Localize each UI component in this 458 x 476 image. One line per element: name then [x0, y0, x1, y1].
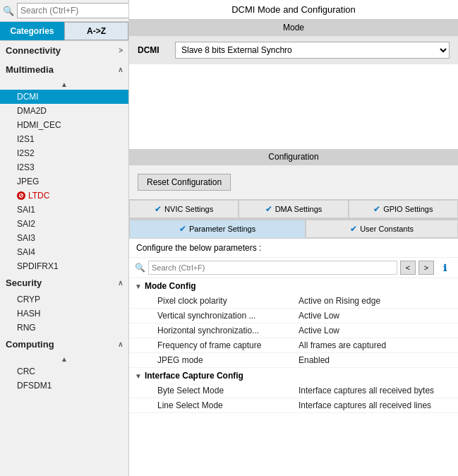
user-check-icon: ✔ — [350, 224, 357, 234]
sidebar-tabs: Categories A->Z — [0, 22, 128, 41]
sidebar-section-security[interactable]: Security ∧ — [0, 273, 128, 292]
param-check-icon: ✔ — [179, 224, 186, 234]
param-row-jpeg-mode: JPEG mode Enabled — [129, 353, 458, 368]
param-row-byte-select: Byte Select Mode Interface captures all … — [129, 383, 458, 398]
tab-dma-settings[interactable]: ✔ DMA Settings — [239, 200, 348, 218]
tab-user-constants[interactable]: ✔ User Constants — [306, 220, 458, 238]
frame-capture-name: Frequency of frame capture — [157, 340, 299, 350]
mode-row: DCMI Disabled Slave 8 bits External Sync… — [129, 36, 458, 64]
hsync-name: Horizontal synchronizatio... — [157, 326, 299, 335]
sidebar-item-crc[interactable]: CRC — [0, 364, 128, 379]
search-bar: 🔍 ⚙ — [0, 0, 128, 22]
params-area: Configure the below parameters : 🔍 < > ℹ… — [129, 239, 458, 476]
sidebar-search-input[interactable] — [17, 3, 129, 18]
mode-placeholder — [129, 64, 458, 149]
gpio-check-icon: ✔ — [373, 204, 380, 214]
params-header: Configure the below parameters : — [129, 239, 458, 258]
multimedia-chevron: ∧ — [118, 66, 123, 73]
sidebar-item-i2s1[interactable]: I2S1 — [0, 132, 128, 146]
nav-next-button[interactable]: > — [418, 261, 434, 275]
dma-check-icon: ✔ — [265, 204, 272, 214]
mode-config-collapse-icon[interactable]: ▼ — [135, 282, 142, 290]
params-search-icon: 🔍 — [135, 263, 145, 273]
param-row-hsync: Horizontal synchronizatio... Active Low — [129, 323, 458, 338]
params-search-row: 🔍 < > ℹ — [129, 258, 458, 278]
info-button[interactable]: ℹ — [437, 261, 452, 275]
sidebar-item-sai4[interactable]: SAI4 — [0, 245, 128, 259]
frame-capture-value: All frames are captured — [299, 340, 450, 350]
ltdc-error-icon: ⊘ — [17, 191, 25, 200]
security-chevron: ∧ — [118, 279, 123, 287]
search-icon: 🔍 — [3, 6, 14, 16]
config-tabs-row2: ✔ Parameter Settings ✔ User Constants — [129, 219, 458, 239]
pixel-clock-name: Pixel clock polarity — [157, 296, 299, 306]
sidebar-item-dfsdm1[interactable]: DFSDM1 — [0, 379, 128, 393]
vsync-name: Vertical synchronization ... — [157, 311, 299, 321]
mode-config-label: Mode Config — [145, 281, 196, 291]
sidebar-item-i2s2[interactable]: I2S2 — [0, 146, 128, 160]
param-row-pixel-clock: Pixel clock polarity Active on Rising ed… — [129, 294, 458, 309]
nvic-tab-label: NVIC Settings — [164, 205, 213, 213]
tab-atoz[interactable]: A->Z — [64, 22, 128, 40]
byte-select-value: Interface captures all received bytes — [299, 386, 450, 395]
line-select-value: Interface captures all received lines — [299, 400, 450, 410]
jpeg-mode-name: JPEG mode — [157, 355, 299, 365]
mode-section: Mode DCMI Disabled Slave 8 bits External… — [129, 20, 458, 149]
interface-capture-collapse-icon[interactable]: ▼ — [135, 372, 142, 380]
reset-config-button[interactable]: Reset Configuration — [138, 174, 231, 191]
sidebar-content: Connectivity > Multimedia ∧ ▲ DCMI DMA2D… — [0, 41, 128, 476]
param-group-mode-config: ▼ Mode Config — [129, 278, 458, 294]
tab-nvic-settings[interactable]: ✔ NVIC Settings — [129, 200, 239, 218]
sidebar-item-i2s3[interactable]: I2S3 — [0, 160, 128, 174]
user-tab-label: User Constants — [360, 225, 414, 233]
sidebar-item-ltdc[interactable]: ⊘ LTDC — [0, 189, 128, 203]
computing-scroll-up[interactable]: ▲ — [0, 354, 128, 364]
config-tabs: ✔ NVIC Settings ✔ DMA Settings ✔ GPIO Se… — [129, 199, 458, 219]
sidebar-item-dma2d[interactable]: DMA2D — [0, 104, 128, 118]
param-row-frame-capture: Frequency of frame capture All frames ar… — [129, 338, 458, 353]
security-label: Security — [6, 278, 42, 288]
main-title: DCMI Mode and Configuration — [129, 0, 458, 20]
gpio-tab-label: GPIO Settings — [383, 205, 433, 213]
sidebar-item-sai3[interactable]: SAI3 — [0, 231, 128, 245]
sidebar: 🔍 ⚙ Categories A->Z Connectivity > Multi… — [0, 0, 129, 476]
sidebar-section-computing[interactable]: Computing ∧ — [0, 335, 128, 354]
line-select-name: Line Select Mode — [157, 400, 299, 410]
sidebar-item-rng[interactable]: RNG — [0, 321, 128, 335]
vsync-value: Active Low — [299, 311, 450, 321]
param-group-interface-capture: ▼ Interface Capture Config — [129, 368, 458, 383]
sidebar-section-connectivity[interactable]: Connectivity > — [0, 41, 128, 60]
sidebar-item-spdifrx1[interactable]: SPDIFRX1 — [0, 259, 128, 273]
param-row-line-select: Line Select Mode Interface captures all … — [129, 398, 458, 413]
nav-prev-button[interactable]: < — [400, 261, 416, 275]
sidebar-item-jpeg[interactable]: JPEG — [0, 174, 128, 189]
main-content: DCMI Mode and Configuration Mode DCMI Di… — [129, 0, 458, 476]
interface-capture-label: Interface Capture Config — [145, 371, 243, 381]
connectivity-chevron: > — [119, 47, 123, 54]
mode-label: Mode — [129, 20, 458, 36]
multimedia-label: Multimedia — [6, 64, 54, 75]
pixel-clock-value: Active on Rising edge — [299, 296, 450, 306]
params-search-input[interactable] — [148, 261, 397, 275]
multimedia-scroll-up[interactable]: ▲ — [0, 79, 128, 90]
dcmi-label: DCMI — [138, 45, 169, 55]
dcmi-select[interactable]: Disabled Slave 8 bits External Synchro S… — [175, 42, 450, 59]
tab-parameter-settings[interactable]: ✔ Parameter Settings — [129, 220, 306, 238]
config-section: Configuration Reset Configuration ✔ NVIC… — [129, 149, 458, 476]
tab-categories[interactable]: Categories — [0, 22, 64, 40]
sidebar-item-sai2[interactable]: SAI2 — [0, 217, 128, 231]
sidebar-item-hash[interactable]: HASH — [0, 307, 128, 321]
sidebar-item-sai1[interactable]: SAI1 — [0, 203, 128, 217]
hsync-value: Active Low — [299, 326, 450, 335]
sidebar-item-cryp[interactable]: CRYP — [0, 292, 128, 307]
param-row-vsync: Vertical synchronization ... Active Low — [129, 309, 458, 323]
jpeg-mode-value: Enabled — [299, 355, 450, 365]
sidebar-section-multimedia[interactable]: Multimedia ∧ — [0, 60, 128, 79]
connectivity-label: Connectivity — [6, 45, 61, 56]
sidebar-item-hdmi-cec[interactable]: HDMI_CEC — [0, 118, 128, 132]
tab-gpio-settings[interactable]: ✔ GPIO Settings — [349, 200, 458, 218]
nvic-check-icon: ✔ — [155, 204, 162, 214]
sidebar-item-dcmi[interactable]: DCMI — [0, 90, 128, 104]
computing-chevron: ∧ — [118, 340, 123, 348]
param-tab-label: Parameter Settings — [189, 225, 255, 233]
